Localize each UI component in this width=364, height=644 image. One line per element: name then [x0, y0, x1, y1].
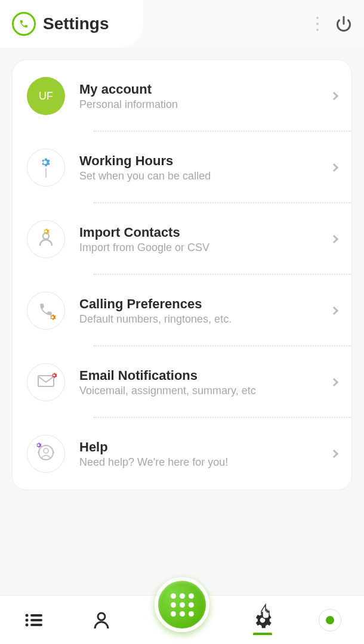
item-subtitle: Personal information: [79, 98, 331, 111]
chevron-right-icon: [330, 92, 338, 100]
import-contacts-icon: [27, 220, 65, 258]
item-subtitle: Voicemail, assignment, summary, etc: [79, 385, 331, 397]
svg-rect-7: [30, 614, 42, 617]
active-indicator: [253, 633, 272, 635]
settings-card: UF My account Personal information Worki…: [12, 60, 352, 490]
item-text: Working Hours Set when you can be called: [79, 153, 331, 182]
svg-point-8: [25, 618, 28, 621]
settings-item-import-contacts[interactable]: Import Contacts Import from Google or CS…: [13, 203, 351, 275]
svg-point-6: [25, 614, 28, 617]
svg-point-12: [98, 613, 105, 620]
chevron-right-icon: [330, 235, 338, 243]
item-title: Email Notifications: [79, 368, 331, 383]
nav-status-button[interactable]: [315, 605, 345, 635]
svg-rect-11: [30, 624, 42, 626]
nav-settings-button[interactable]: [248, 605, 277, 635]
working-hours-icon: [27, 148, 65, 187]
small-gear-icon: [42, 228, 50, 235]
stick-icon: [44, 168, 48, 178]
item-subtitle: Default numbers, ringtones, etc.: [79, 313, 331, 326]
header-actions: [311, 0, 352, 48]
user-avatar: UF: [27, 77, 65, 115]
app-logo: [12, 12, 36, 36]
more-options-icon[interactable]: [311, 15, 323, 33]
item-text: Import Contacts Import from Google or CS…: [79, 225, 331, 254]
status-indicator: [319, 609, 341, 631]
chevron-right-icon: [330, 306, 338, 315]
svg-point-10: [25, 623, 28, 626]
power-icon[interactable]: [335, 16, 352, 32]
status-dot-icon: [326, 616, 334, 624]
email-notifications-icon: [27, 363, 65, 401]
dialer-fab[interactable]: [155, 577, 209, 632]
item-text: Email Notifications Voicemail, assignmen…: [79, 368, 331, 397]
settings-item-working-hours[interactable]: Working Hours Set when you can be called: [13, 132, 351, 203]
svg-rect-1: [45, 168, 47, 178]
small-gear-icon: [35, 442, 42, 448]
svg-point-5: [44, 448, 48, 453]
page-title: Settings: [43, 14, 109, 33]
item-subtitle: Import from Google or CSV: [79, 242, 331, 254]
list-icon: [25, 613, 43, 627]
gear-icon: [41, 157, 51, 168]
nav-list-button[interactable]: [19, 605, 49, 635]
nav-contacts-button[interactable]: [87, 605, 116, 635]
keypad-icon: [171, 593, 194, 617]
person-icon: [93, 611, 110, 629]
avatar-initials: UF: [39, 90, 53, 103]
item-subtitle: Set when you can be called: [79, 170, 331, 182]
calling-preferences-icon: [27, 292, 65, 330]
item-title: Calling Preferences: [79, 296, 331, 312]
item-text: Calling Preferences Default numbers, rin…: [79, 296, 331, 326]
chevron-right-icon: [330, 378, 338, 386]
item-title: Import Contacts: [79, 225, 331, 240]
settings-item-help[interactable]: Help Need help? We're here for you!: [13, 418, 351, 490]
small-gear-icon: [49, 314, 56, 321]
chevron-right-icon: [330, 163, 338, 172]
item-title: My account: [79, 82, 331, 97]
settings-item-email-notifications[interactable]: Email Notifications Voicemail, assignmen…: [13, 346, 351, 418]
svg-rect-9: [30, 619, 42, 621]
settings-item-calling-preferences[interactable]: Calling Preferences Default numbers, rin…: [13, 275, 351, 346]
gear-icon: [254, 611, 272, 629]
item-title: Help: [79, 439, 331, 455]
help-icon: [27, 435, 65, 473]
item-text: Help Need help? We're here for you!: [79, 439, 331, 469]
settings-item-my-account[interactable]: UF My account Personal information: [13, 60, 351, 132]
item-subtitle: Need help? We're here for you!: [79, 456, 331, 469]
chevron-right-icon: [330, 450, 338, 458]
header: Settings: [0, 0, 143, 48]
phone-icon: [19, 19, 29, 29]
item-text: My account Personal information: [79, 82, 331, 111]
small-gear-icon: [51, 372, 57, 379]
item-title: Working Hours: [79, 153, 331, 169]
